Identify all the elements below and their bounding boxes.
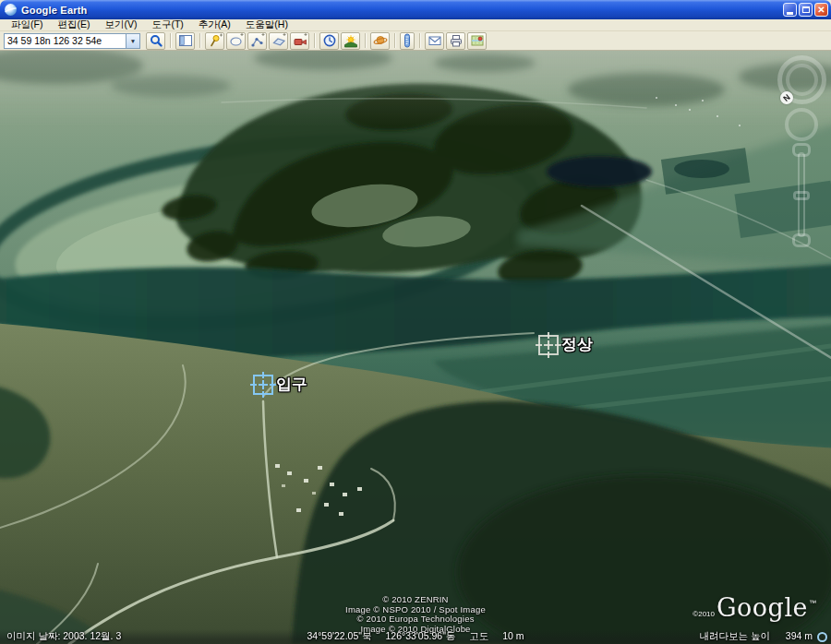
ruler-icon [402, 33, 413, 48]
add-path-button[interactable] [247, 32, 267, 50]
placemark-summit[interactable]: 정상 [536, 333, 560, 357]
look-joystick-inner-ring[interactable] [786, 64, 818, 96]
menu-view[interactable]: 보기(V) [97, 18, 144, 31]
toolbar: ▼ [0, 31, 831, 51]
search-input[interactable] [5, 34, 126, 48]
saturn-icon [373, 33, 388, 48]
move-joystick[interactable] [785, 108, 818, 141]
record-tour-button[interactable] [290, 32, 309, 50]
toolbar-separator [199, 33, 200, 48]
watermark-year: ©2010 [692, 610, 715, 618]
toolbar-separator [314, 33, 315, 48]
window-title: Google Earth [21, 5, 781, 16]
placemark-summit-label[interactable]: 정상 [561, 334, 593, 355]
toolbar-separator [419, 33, 420, 48]
placemark-entrance-label[interactable]: 입구 [276, 374, 307, 395]
terrain-imagery [0, 51, 831, 644]
google-earth-window: Google Earth ✕ 파일(F) 편집(E) 보기(V) 도구(T) 추… [0, 0, 831, 644]
altitude-value: 10 m [502, 630, 524, 641]
eye-altitude-label: 내려다보는 높이 [699, 630, 769, 641]
title-bar: Google Earth ✕ [0, 0, 831, 19]
sunlight-button[interactable] [341, 32, 360, 50]
search-button[interactable] [146, 32, 165, 50]
ruler-button[interactable] [400, 32, 415, 50]
google-earth-logo-icon [5, 4, 17, 16]
status-bar: 이미지 날짜: 2003. 12월. 3 34°59'22.05"북 126°3… [0, 631, 831, 643]
eye-altitude-readout: 내려다보는 높이 394 m [699, 630, 813, 643]
switch-to-sky-button[interactable] [370, 32, 390, 50]
restore-icon [802, 6, 810, 13]
menu-edit[interactable]: 편집(E) [50, 18, 97, 31]
record-tour-icon [293, 33, 307, 48]
add-polygon-icon [229, 33, 244, 48]
close-icon: ✕ [817, 6, 825, 15]
google-logo-text: Google [717, 595, 808, 620]
clock-icon [322, 33, 337, 48]
envelope-icon [428, 33, 442, 48]
minimize-icon [787, 12, 793, 15]
search-combo: ▼ [4, 33, 140, 49]
menu-file[interactable]: 파일(F) [4, 18, 50, 31]
view-in-google-maps-button[interactable] [467, 32, 487, 50]
add-placemark-icon [208, 33, 223, 48]
add-image-overlay-button[interactable] [269, 32, 288, 50]
toolbar-separator [170, 33, 171, 48]
longitude-value: 126°33'05.96"동 [385, 630, 455, 641]
google-watermark: ©2010 Google ™ [692, 595, 816, 620]
printer-icon [449, 33, 464, 48]
google-maps-icon [470, 33, 485, 48]
add-placemark-button[interactable] [205, 32, 224, 50]
sidebar-icon [178, 33, 193, 48]
restore-button[interactable] [799, 3, 813, 17]
menu-help[interactable]: 도움말(H) [238, 18, 295, 31]
toolbar-separator [365, 33, 366, 48]
earth-3d-view[interactable]: 입구 정상 N © 2010 ZENRIN Image © NSPO 2010 … [0, 51, 831, 644]
add-polygon-button[interactable] [226, 32, 246, 50]
toolbar-separator [394, 33, 395, 48]
eye-altitude-value: 394 m [786, 630, 813, 641]
altitude-label: 고도 [469, 630, 488, 641]
zoom-out-button[interactable] [792, 233, 811, 247]
close-button[interactable]: ✕ [814, 3, 828, 17]
menu-bar: 파일(F) 편집(E) 보기(V) 도구(T) 추가(A) 도움말(H) [0, 19, 831, 31]
menu-add[interactable]: 추가(A) [191, 18, 238, 31]
email-button[interactable] [425, 32, 444, 50]
add-image-overlay-icon [271, 33, 286, 48]
placemark-entrance[interactable]: 입구 [251, 373, 275, 397]
print-button[interactable] [446, 32, 465, 50]
add-path-icon [250, 33, 265, 48]
historical-imagery-button[interactable] [319, 32, 339, 50]
sun-icon [343, 33, 358, 48]
menu-tools[interactable]: 도구(T) [144, 18, 190, 31]
combo-dropdown-icon[interactable]: ▼ [126, 34, 139, 48]
minimize-button[interactable] [783, 3, 797, 17]
streaming-progress-icon [817, 632, 827, 642]
sidebar-toggle-button[interactable] [175, 32, 195, 50]
latitude-value: 34°59'22.05"북 [307, 630, 371, 641]
trademark-symbol: ™ [809, 599, 816, 607]
search-icon [149, 33, 163, 48]
zoom-slider-handle[interactable] [793, 191, 810, 200]
